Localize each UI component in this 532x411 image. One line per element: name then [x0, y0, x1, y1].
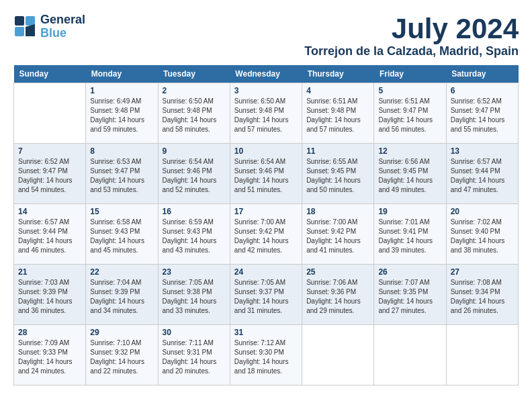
calendar-week-4: 21Sunrise: 7:03 AM Sunset: 9:39 PM Dayli…: [14, 265, 519, 325]
day-number: 8: [90, 146, 153, 156]
day-info: Sunrise: 6:50 AM Sunset: 9:48 PM Dayligh…: [163, 97, 226, 134]
day-number: 30: [163, 328, 226, 337]
day-number: 2: [163, 86, 226, 95]
day-info: Sunrise: 6:56 AM Sunset: 9:45 PM Dayligh…: [378, 157, 441, 195]
day-info: Sunrise: 7:06 AM Sunset: 9:36 PM Dayligh…: [306, 278, 369, 316]
weekday-header-friday: Friday: [374, 65, 446, 83]
calendar-cell: 23Sunrise: 7:05 AM Sunset: 9:38 PM Dayli…: [158, 265, 230, 325]
day-info: Sunrise: 7:12 AM Sunset: 9:30 PM Dayligh…: [234, 338, 298, 376]
day-info: Sunrise: 7:04 AM Sunset: 9:39 PM Dayligh…: [90, 278, 153, 316]
day-info: Sunrise: 6:55 AM Sunset: 9:45 PM Dayligh…: [306, 157, 369, 195]
day-number: 13: [451, 146, 514, 156]
day-number: 26: [378, 267, 441, 277]
calendar-cell: [446, 325, 518, 385]
day-info: Sunrise: 6:52 AM Sunset: 9:47 PM Dayligh…: [451, 97, 514, 134]
weekday-header-tuesday: Tuesday: [158, 65, 230, 83]
calendar-cell: 18Sunrise: 7:00 AM Sunset: 9:42 PM Dayli…: [302, 204, 374, 265]
day-info: Sunrise: 7:05 AM Sunset: 9:38 PM Dayligh…: [163, 278, 226, 316]
month-title: July 2024: [304, 13, 519, 44]
calendar-cell: 29Sunrise: 7:10 AM Sunset: 9:32 PM Dayli…: [86, 325, 158, 385]
day-number: 14: [18, 207, 81, 216]
day-number: 31: [234, 328, 298, 337]
day-info: Sunrise: 7:05 AM Sunset: 9:37 PM Dayligh…: [234, 278, 298, 316]
page-header: General Blue July 2024 Torrejon de la Ca…: [13, 13, 519, 58]
day-info: Sunrise: 7:00 AM Sunset: 9:42 PM Dayligh…: [306, 218, 369, 255]
day-number: 29: [90, 328, 153, 337]
day-number: 17: [234, 207, 298, 216]
weekday-header-saturday: Saturday: [446, 65, 518, 83]
calendar-cell: 19Sunrise: 7:01 AM Sunset: 9:41 PM Dayli…: [374, 204, 446, 265]
calendar-cell: 16Sunrise: 6:59 AM Sunset: 9:43 PM Dayli…: [158, 204, 230, 265]
day-number: 24: [234, 267, 298, 277]
calendar-cell: 14Sunrise: 6:57 AM Sunset: 9:44 PM Dayli…: [14, 204, 86, 265]
day-info: Sunrise: 7:10 AM Sunset: 9:32 PM Dayligh…: [90, 338, 153, 376]
day-info: Sunrise: 7:07 AM Sunset: 9:35 PM Dayligh…: [378, 278, 441, 316]
day-info: Sunrise: 6:54 AM Sunset: 9:46 PM Dayligh…: [163, 157, 226, 195]
calendar-cell: 25Sunrise: 7:06 AM Sunset: 9:36 PM Dayli…: [302, 265, 374, 325]
calendar-week-5: 28Sunrise: 7:09 AM Sunset: 9:33 PM Dayli…: [14, 325, 519, 385]
weekday-header-sunday: Sunday: [14, 65, 86, 83]
calendar-week-2: 7Sunrise: 6:52 AM Sunset: 9:47 PM Daylig…: [14, 144, 519, 204]
day-number: 19: [378, 207, 441, 216]
weekday-header-thursday: Thursday: [302, 65, 374, 83]
weekday-header-wednesday: Wednesday: [230, 65, 302, 83]
day-number: 12: [378, 146, 441, 156]
calendar-cell: 28Sunrise: 7:09 AM Sunset: 9:33 PM Dayli…: [14, 325, 86, 385]
day-number: 20: [451, 207, 514, 216]
day-info: Sunrise: 7:09 AM Sunset: 9:33 PM Dayligh…: [18, 338, 81, 376]
calendar-cell: [302, 325, 374, 385]
calendar-cell: 10Sunrise: 6:54 AM Sunset: 9:46 PM Dayli…: [230, 144, 302, 204]
calendar-cell: 31Sunrise: 7:12 AM Sunset: 9:30 PM Dayli…: [230, 325, 302, 385]
calendar-cell: 17Sunrise: 7:00 AM Sunset: 9:42 PM Dayli…: [230, 204, 302, 265]
svg-rect-0: [15, 16, 24, 26]
location-title: Torrejon de la Calzada, Madrid, Spain: [304, 44, 519, 58]
day-number: 28: [18, 328, 81, 337]
day-info: Sunrise: 6:59 AM Sunset: 9:43 PM Dayligh…: [163, 218, 226, 255]
calendar-cell: 20Sunrise: 7:02 AM Sunset: 9:40 PM Dayli…: [446, 204, 518, 265]
day-number: 4: [306, 86, 369, 95]
day-info: Sunrise: 7:00 AM Sunset: 9:42 PM Dayligh…: [234, 218, 298, 255]
day-info: Sunrise: 7:08 AM Sunset: 9:34 PM Dayligh…: [451, 278, 514, 316]
day-number: 3: [234, 86, 298, 95]
day-number: 18: [306, 207, 369, 216]
day-info: Sunrise: 6:51 AM Sunset: 9:47 PM Dayligh…: [378, 97, 441, 134]
calendar-cell: 27Sunrise: 7:08 AM Sunset: 9:34 PM Dayli…: [446, 265, 518, 325]
day-number: 22: [90, 267, 153, 277]
svg-rect-1: [26, 16, 35, 26]
calendar-cell: 9Sunrise: 6:54 AM Sunset: 9:46 PM Daylig…: [158, 144, 230, 204]
day-number: 6: [451, 86, 514, 95]
day-number: 5: [378, 86, 441, 95]
day-number: 9: [163, 146, 226, 156]
logo-general: General: [40, 13, 85, 27]
day-info: Sunrise: 7:11 AM Sunset: 9:31 PM Dayligh…: [163, 338, 226, 376]
day-info: Sunrise: 6:57 AM Sunset: 9:44 PM Dayligh…: [18, 218, 81, 255]
calendar-cell: 5Sunrise: 6:51 AM Sunset: 9:47 PM Daylig…: [374, 83, 446, 144]
day-info: Sunrise: 6:51 AM Sunset: 9:48 PM Dayligh…: [306, 97, 369, 134]
logo-blue: Blue: [40, 27, 85, 40]
weekday-header-monday: Monday: [86, 65, 158, 83]
day-number: 21: [18, 267, 81, 277]
weekday-header-row: SundayMondayTuesdayWednesdayThursdayFrid…: [14, 65, 519, 83]
day-info: Sunrise: 6:50 AM Sunset: 9:48 PM Dayligh…: [234, 97, 298, 134]
calendar-cell: 7Sunrise: 6:52 AM Sunset: 9:47 PM Daylig…: [14, 144, 86, 204]
day-number: 15: [90, 207, 153, 216]
day-info: Sunrise: 6:54 AM Sunset: 9:46 PM Dayligh…: [234, 157, 298, 195]
day-info: Sunrise: 6:58 AM Sunset: 9:43 PM Dayligh…: [90, 218, 153, 255]
day-info: Sunrise: 6:49 AM Sunset: 9:48 PM Dayligh…: [90, 97, 153, 134]
calendar-cell: 30Sunrise: 7:11 AM Sunset: 9:31 PM Dayli…: [158, 325, 230, 385]
day-number: 11: [306, 146, 369, 156]
calendar-cell: 15Sunrise: 6:58 AM Sunset: 9:43 PM Dayli…: [86, 204, 158, 265]
day-number: 27: [451, 267, 514, 277]
calendar-cell: 22Sunrise: 7:04 AM Sunset: 9:39 PM Dayli…: [86, 265, 158, 325]
logo: General Blue: [13, 13, 85, 40]
calendar-cell: [374, 325, 446, 385]
calendar-cell: 21Sunrise: 7:03 AM Sunset: 9:39 PM Dayli…: [14, 265, 86, 325]
calendar-cell: 3Sunrise: 6:50 AM Sunset: 9:48 PM Daylig…: [230, 83, 302, 144]
calendar-cell: 12Sunrise: 6:56 AM Sunset: 9:45 PM Dayli…: [374, 144, 446, 204]
calendar-cell: 26Sunrise: 7:07 AM Sunset: 9:35 PM Dayli…: [374, 265, 446, 325]
day-info: Sunrise: 7:02 AM Sunset: 9:40 PM Dayligh…: [451, 218, 514, 255]
calendar-cell: 11Sunrise: 6:55 AM Sunset: 9:45 PM Dayli…: [302, 144, 374, 204]
calendar-cell: 2Sunrise: 6:50 AM Sunset: 9:48 PM Daylig…: [158, 83, 230, 144]
day-number: 1: [90, 86, 153, 95]
day-number: 7: [18, 146, 81, 156]
